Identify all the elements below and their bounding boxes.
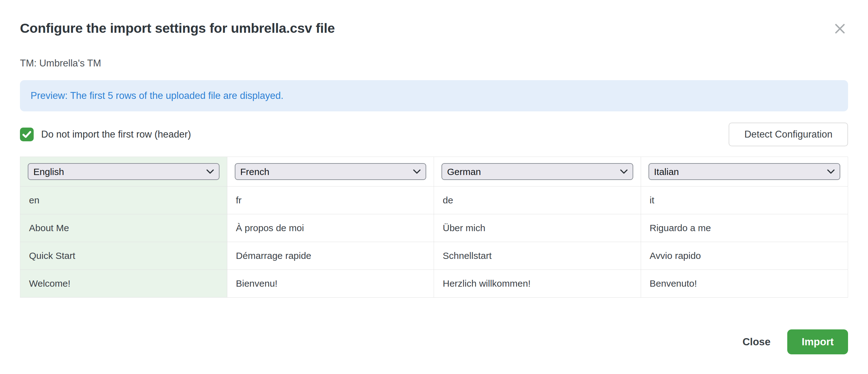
tm-label: TM: Umbrella's TM (20, 58, 848, 69)
table-cell: en (20, 186, 227, 214)
close-button[interactable] (830, 19, 850, 39)
table-cell: À propos de moi (227, 214, 434, 242)
table-cell: Avvio rapido (641, 242, 848, 270)
header-checkbox-group[interactable]: Do not import the first row (header) (20, 127, 191, 141)
table-cell: Herzlich willkommen! (434, 270, 641, 297)
import-settings-modal: Configure the import settings for umbrel… (0, 0, 868, 374)
import-button[interactable]: Import (787, 329, 848, 354)
page-title: Configure the import settings for umbrel… (20, 21, 848, 36)
detect-configuration-button[interactable]: Detect Configuration (728, 123, 848, 146)
table-cell: de (434, 186, 641, 214)
table-header-row: English French (20, 157, 848, 186)
options-row: Do not import the first row (header) Det… (20, 123, 848, 146)
table-row: en fr de it (20, 186, 848, 214)
table-cell: Benvenuto! (641, 270, 848, 297)
language-select-column-3[interactable]: German (441, 163, 633, 180)
table-row: Welcome! Bienvenu! Herzlich willkommen! … (20, 270, 848, 297)
table-cell: Über mich (434, 214, 641, 242)
table-cell: Démarrage rapide (227, 242, 434, 270)
table-cell: Riguardo a me (641, 214, 848, 242)
preview-info-banner: Preview: The first 5 rows of the uploade… (20, 80, 848, 111)
column-header: Italian (641, 157, 848, 186)
table-cell: it (641, 186, 848, 214)
modal-header: Configure the import settings for umbrel… (20, 0, 848, 36)
language-select-column-4[interactable]: Italian (649, 163, 841, 180)
table-cell: Quick Start (20, 242, 227, 270)
language-select-wrap: English (28, 163, 219, 180)
table-cell: About Me (20, 214, 227, 242)
column-header-source: English (20, 157, 227, 186)
header-checkbox-label: Do not import the first row (header) (41, 129, 191, 140)
checkmark-icon (23, 131, 31, 138)
language-select-wrap: German (441, 163, 633, 180)
language-select-column-1[interactable]: English (28, 163, 219, 180)
preview-table: English French (20, 156, 848, 297)
modal-footer: Close Import (20, 329, 848, 354)
close-modal-button[interactable]: Close (742, 336, 770, 348)
table-cell: Schnellstart (434, 242, 641, 270)
column-header: French (227, 157, 434, 186)
column-header: German (434, 157, 641, 186)
language-select-wrap: Italian (649, 163, 841, 180)
table-row: About Me À propos de moi Über mich Rigua… (20, 214, 848, 242)
table-cell: fr (227, 186, 434, 214)
table-cell: Bienvenu! (227, 270, 434, 297)
table-cell: Welcome! (20, 270, 227, 297)
table-row: Quick Start Démarrage rapide Schnellstar… (20, 242, 848, 270)
close-icon (835, 23, 845, 34)
language-select-wrap: French (235, 163, 427, 180)
preview-info-text: Preview: The first 5 rows of the uploade… (31, 90, 283, 102)
header-checkbox[interactable] (20, 127, 34, 141)
language-select-column-2[interactable]: French (235, 163, 427, 180)
